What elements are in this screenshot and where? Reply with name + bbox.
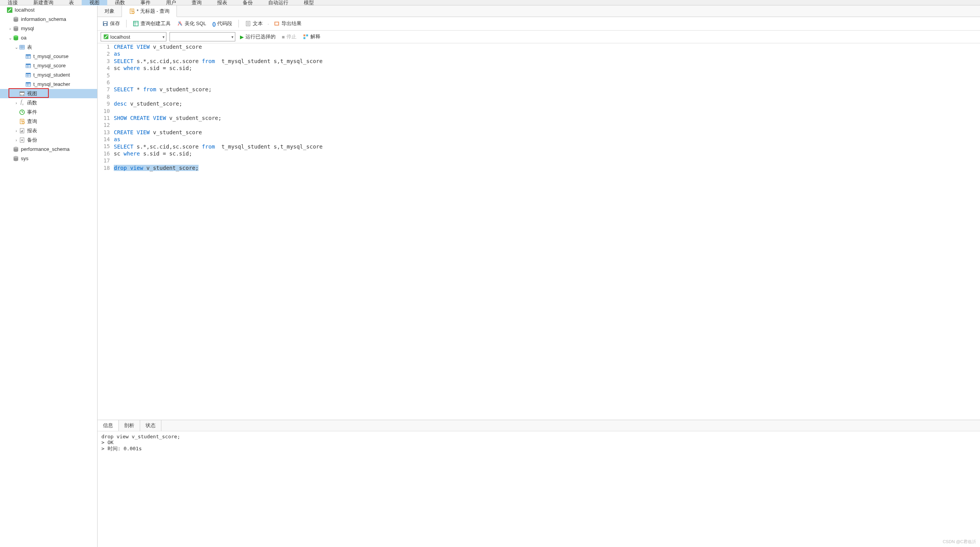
snippet-button[interactable]: () 代码段 [211, 19, 234, 28]
beautify-icon [177, 21, 183, 27]
beautify-button[interactable]: 美化 SQL [175, 19, 208, 28]
svg-rect-17 [26, 64, 31, 65]
tree-node-表[interactable]: ⌄表 [0, 43, 97, 52]
connection-icon [6, 7, 13, 14]
menu-item-9[interactable]: 备份 [235, 0, 260, 5]
text-label: 文本 [253, 20, 263, 27]
tree-toggle-icon[interactable]: ⌄ [14, 43, 19, 51]
menu-item-1[interactable]: 新建查询 [26, 0, 61, 5]
editor-tabs: 对象* 无标题 - 查询 [98, 5, 980, 17]
chevron-down-icon: ▾ [231, 35, 233, 39]
text-icon [245, 21, 251, 27]
tree-node-localhost[interactable]: localhost [0, 5, 97, 15]
table-icon [25, 53, 32, 60]
connection-combo[interactable]: localhost ▾ [101, 32, 166, 41]
tree-node-报表[interactable]: ›报表 [0, 126, 97, 135]
separator [126, 20, 127, 27]
result-tab-1[interactable]: 剖析 [119, 420, 140, 431]
tab-label: 对象 [105, 8, 115, 15]
svg-rect-65 [306, 34, 308, 36]
explain-icon [303, 34, 309, 40]
menu-item-2[interactable]: 表 [61, 0, 82, 5]
svg-point-2 [14, 17, 18, 19]
separator [238, 20, 239, 27]
connection-icon [103, 34, 109, 39]
code-content[interactable]: CREATE VIEW v_student_scoreasSELECT s.*,… [114, 43, 980, 420]
stop-icon: ■ [282, 34, 285, 40]
snippet-icon: () [212, 21, 216, 27]
play-icon: ▶ [240, 34, 244, 40]
stop-label: 停止 [286, 33, 296, 40]
text-button[interactable]: 文本 [243, 19, 264, 28]
chevron-down-icon: ▾ [163, 35, 164, 39]
tree-node-label: 事件 [27, 108, 37, 116]
tree-node-t_mysql_teacher[interactable]: t_mysql_teacher [0, 80, 97, 89]
table-icon [25, 81, 32, 88]
result-tab-2[interactable]: 状态 [140, 420, 161, 431]
menu-item-5[interactable]: 事件 [133, 0, 158, 5]
tree-node-查询[interactable]: 查询 [0, 117, 97, 126]
tree-node-t_mysql_score[interactable]: t_mysql_score [0, 61, 97, 70]
svg-point-30 [21, 94, 22, 96]
tree-node-information_schema[interactable]: information_schema [0, 15, 97, 24]
explain-button[interactable]: 解释 [301, 32, 322, 41]
tree-toggle-icon[interactable]: › [14, 136, 19, 144]
tree-node-事件[interactable]: 事件 [0, 108, 97, 117]
database-icon [12, 25, 19, 32]
tree-node-mysql[interactable]: ›mysql [0, 24, 97, 33]
result-tab-0[interactable]: 信息 [98, 420, 119, 431]
tree-node-oa[interactable]: ⌄oa [0, 33, 97, 43]
tree-toggle-icon[interactable]: › [8, 25, 12, 32]
tab-1[interactable]: * 无标题 - 查询 [122, 5, 177, 17]
content-area: 对象* 无标题 - 查询 保存 查询创建工具 美化 SQL () 代码段 [98, 5, 980, 547]
tree-node-label: t_mysql_score [33, 62, 66, 70]
query-icon [129, 8, 135, 14]
svg-rect-64 [303, 34, 305, 36]
stop-button[interactable]: ■ 停止 [280, 32, 298, 41]
tree-node-label: 报表 [27, 127, 37, 135]
menu-item-3[interactable]: 视图 [82, 0, 107, 5]
svg-rect-52 [104, 22, 107, 23]
tree-node-视图[interactable]: 视图 [0, 89, 97, 98]
menu-item-0[interactable]: 连接 [0, 0, 26, 5]
query-builder-icon [133, 21, 139, 27]
tree-node-performance_schema[interactable]: performance_schema [0, 145, 97, 154]
backup-icon [19, 137, 26, 144]
tree-node-sys[interactable]: sys [0, 154, 97, 163]
menu-item-8[interactable]: 报表 [209, 0, 235, 5]
svg-rect-62 [275, 22, 278, 25]
query-builder-button[interactable]: 查询创建工具 [131, 19, 172, 28]
tree-node-函数[interactable]: ›fx函数 [0, 98, 97, 108]
query-builder-label: 查询创建工具 [140, 20, 171, 27]
tree-node-label: information_schema [21, 15, 66, 23]
menu-item-11[interactable]: 模型 [296, 0, 322, 5]
tree-toggle-icon[interactable]: › [14, 127, 19, 135]
menu-item-10[interactable]: 自动运行 [260, 0, 296, 5]
tree-node-label: t_mysql_student [33, 71, 70, 79]
svg-rect-21 [26, 73, 31, 74]
save-label: 保存 [110, 20, 120, 27]
save-button[interactable]: 保存 [101, 19, 122, 28]
report-icon [19, 127, 26, 134]
tree-node-label: 视图 [27, 90, 37, 97]
database-combo[interactable]: ▾ [170, 32, 235, 41]
tree-toggle-icon[interactable]: › [14, 99, 19, 107]
run-selected-button[interactable]: ▶ 运行已选择的 [238, 32, 277, 41]
tree-toggle-icon[interactable]: ⌄ [8, 34, 12, 42]
tree-node-t_mysql_course[interactable]: t_mysql_course [0, 52, 97, 61]
menu-item-6[interactable]: 用户 [158, 0, 184, 5]
tree-node-备份[interactable]: ›备份 [0, 135, 97, 145]
sql-editor[interactable]: 123456789101112131415161718 CREATE VIEW … [98, 43, 980, 420]
export-button[interactable]: 导出结果 [272, 19, 303, 28]
menu-item-4[interactable]: 函数 [107, 0, 133, 5]
tab-0[interactable]: 对象 [98, 5, 122, 17]
export-icon [274, 21, 280, 27]
run-toolbar: localhost ▾ ▾ ▶ 运行已选择的 ■ 停止 解释 [98, 31, 980, 43]
svg-rect-66 [303, 37, 305, 39]
tree-node-t_mysql_student[interactable]: t_mysql_student [0, 70, 97, 80]
menu-item-7[interactable]: 查询 [184, 0, 209, 5]
function-icon: fx [19, 99, 26, 106]
tree-node-label: 表 [27, 43, 32, 51]
watermark: CSDN @C君临沂 [943, 539, 976, 545]
view-icon [19, 90, 26, 97]
